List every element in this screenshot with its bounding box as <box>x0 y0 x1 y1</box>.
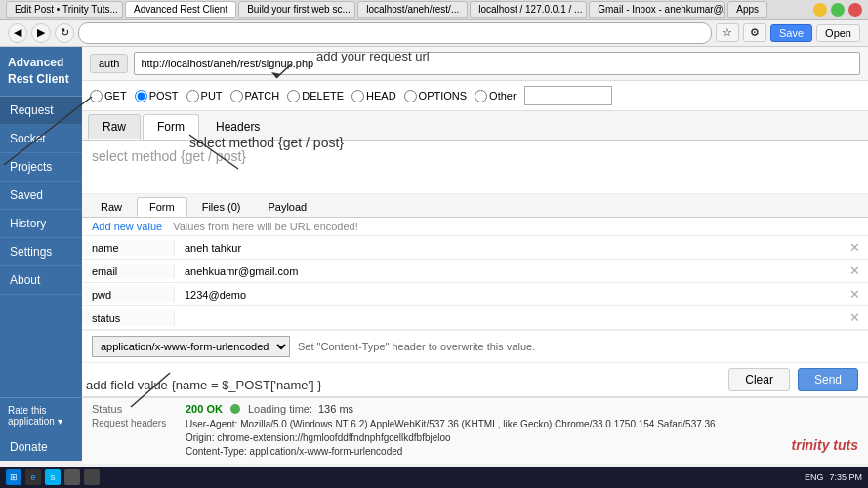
request-url-input[interactable] <box>134 52 860 75</box>
tab-local2[interactable]: localhost / 127.0.0.1 / ... <box>470 1 587 18</box>
tab-form[interactable]: Form <box>143 114 199 140</box>
payload-tab-form[interactable]: Form <box>137 197 187 217</box>
loading-value: 136 ms <box>318 403 353 415</box>
sidebar-item-history[interactable]: History <box>0 210 82 238</box>
loading-label: Loading time: <box>248 403 312 415</box>
tab-build[interactable]: Build your first web sc... <box>238 1 355 18</box>
field-status-key: status <box>82 310 175 326</box>
sidebar-item-projects[interactable]: Projects <box>0 153 82 182</box>
send-button[interactable]: Send <box>798 368 858 391</box>
form-row-email: email anehkuamr@gmail.com ✕ <box>82 260 868 283</box>
taskbar-icon-ie[interactable]: e <box>25 469 41 485</box>
bookmark-btn[interactable]: ☆ <box>716 23 739 42</box>
settings-btn[interactable]: ⚙ <box>743 23 766 42</box>
field-email-key: email <box>82 264 175 279</box>
open-button[interactable]: Open <box>816 24 860 42</box>
field-name-key: name <box>82 240 175 256</box>
sidebar-item-rate[interactable]: Rate this application ▾ <box>0 397 82 433</box>
req-headers-value: User-Agent: Mozilla/5.0 (Windows NT 6.2)… <box>186 418 716 459</box>
method-patch[interactable]: PATCH <box>230 90 280 102</box>
sidebar-item-socket[interactable]: Socket <box>0 125 82 153</box>
clear-button[interactable]: Clear <box>728 368 790 391</box>
payload-tab-payload[interactable]: Payload <box>255 197 319 217</box>
other-method-input[interactable] <box>524 86 612 105</box>
status-dot <box>230 404 240 414</box>
taskbar-icon-folder[interactable] <box>64 469 80 485</box>
field-name-value[interactable]: aneh tahkur <box>175 240 842 256</box>
field-email-delete[interactable]: ✕ <box>842 262 868 280</box>
method-post[interactable]: POST <box>135 90 179 102</box>
sidebar-title: Advanced Rest Client <box>0 47 82 97</box>
refresh-btn[interactable]: ↻ <box>55 23 74 43</box>
payload-tab-files[interactable]: Files (0) <box>189 197 254 217</box>
trinity-tuts-label: trinity tuts <box>792 437 858 453</box>
taskbar-icon-mail[interactable] <box>84 469 100 485</box>
sidebar: Advanced Rest Client Request Socket Proj… <box>0 47 82 461</box>
method-delete[interactable]: DELETE <box>287 90 344 102</box>
req-headers-label: Request headers <box>92 418 180 459</box>
taskbar-language: ENG <box>805 472 824 482</box>
tab-raw[interactable]: Raw <box>88 114 141 140</box>
sidebar-item-saved[interactable]: Saved <box>0 182 82 210</box>
sidebar-item-about[interactable]: About <box>0 266 82 295</box>
method-get[interactable]: GET <box>90 90 127 102</box>
taskbar-icon-skype[interactable]: S <box>45 469 61 485</box>
method-options[interactable]: OPTIONS <box>404 90 468 102</box>
start-button[interactable]: ⊞ <box>6 469 21 485</box>
taskbar: ⊞ e S ENG 7:35 PM <box>0 467 868 488</box>
forward-btn[interactable]: ▶ <box>31 23 51 43</box>
sidebar-item-request[interactable]: Request <box>0 97 82 125</box>
method-head[interactable]: HEAD <box>351 90 396 102</box>
field-email-value[interactable]: anehkuamr@gmail.com <box>175 264 842 279</box>
field-status-delete[interactable]: ✕ <box>842 308 868 327</box>
status-bar: Status 200 OK Loading time: 136 ms Reque… <box>82 397 868 464</box>
tab-gmail[interactable]: Gmail - Inbox - anehkumar@... <box>589 1 725 18</box>
field-pwd-value[interactable]: 1234@demo <box>175 287 842 303</box>
content-type-select[interactable]: application/x-www-form-urlencoded <box>92 336 290 357</box>
body-area: select method {get / post} <box>82 141 868 194</box>
tab-edit-post[interactable]: Edit Post • Trinity Tuts... <box>6 1 123 18</box>
auth-button[interactable]: auth <box>90 54 128 73</box>
method-other[interactable]: Other <box>475 90 517 102</box>
payload-tab-raw[interactable]: Raw <box>88 197 135 217</box>
back-btn[interactable]: ◀ <box>8 23 27 43</box>
form-row-pwd: pwd 1234@demo ✕ <box>82 283 868 306</box>
minimize-btn[interactable] <box>813 3 827 17</box>
tab-apps[interactable]: Apps <box>727 1 767 18</box>
add-new-value-link[interactable]: Add new value <box>92 221 162 232</box>
field-status-value[interactable] <box>175 316 842 320</box>
browser-url-bar[interactable]: chrome-extension://hgmloofddffndnphfgcel… <box>78 22 712 44</box>
status-value: 200 OK <box>186 403 223 415</box>
taskbar-clock: 7:35 PM <box>829 472 862 482</box>
status-label: Status <box>92 403 180 415</box>
field-pwd-delete[interactable]: ✕ <box>842 285 868 304</box>
save-button[interactable]: Save <box>770 24 812 42</box>
url-encoded-hint: Values from here will be URL encoded! <box>173 221 358 232</box>
content-type-hint: Set "Content-Type" header to overwrite t… <box>298 341 535 352</box>
field-pwd-key: pwd <box>82 287 175 303</box>
field-name-delete[interactable]: ✕ <box>842 238 868 257</box>
add-new-value-row[interactable]: Add new value Values from here will be U… <box>82 218 868 236</box>
maximize-btn[interactable] <box>831 3 845 17</box>
form-row-name: name aneh tahkur ✕ <box>82 236 868 260</box>
form-row-status: status ✕ <box>82 306 868 330</box>
sidebar-item-donate[interactable]: Donate <box>0 433 82 461</box>
tab-headers[interactable]: Headers <box>201 114 274 140</box>
close-btn[interactable] <box>848 3 862 17</box>
tab-localhost[interactable]: localhost/aneh/rest/... <box>357 1 468 18</box>
tab-arc[interactable]: Advanced Rest Client <box>125 1 236 18</box>
method-put[interactable]: PUT <box>186 90 223 102</box>
sidebar-item-settings[interactable]: Settings <box>0 238 82 266</box>
